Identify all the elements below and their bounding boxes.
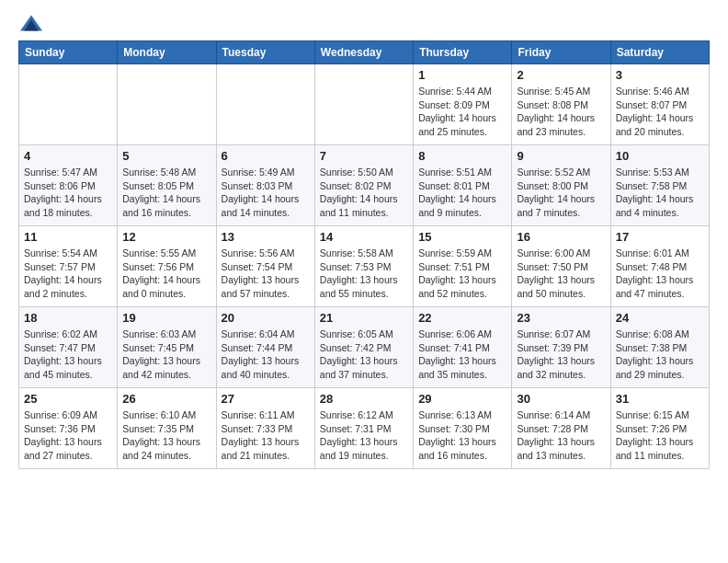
day-number: 6 <box>222 149 310 163</box>
day-number: 23 <box>517 311 605 325</box>
day-info: Sunrise: 5:58 AMSunset: 7:53 PMDaylight:… <box>320 247 408 301</box>
day-info: Sunrise: 5:50 AMSunset: 8:02 PMDaylight:… <box>320 166 408 220</box>
calendar-week-row: 18Sunrise: 6:02 AMSunset: 7:47 PMDayligh… <box>19 307 710 388</box>
calendar-cell <box>118 64 216 145</box>
calendar-cell: 13Sunrise: 5:56 AMSunset: 7:54 PMDayligh… <box>216 226 314 307</box>
day-info: Sunrise: 6:09 AMSunset: 7:36 PMDaylight:… <box>24 408 112 463</box>
calendar-cell: 24Sunrise: 6:08 AMSunset: 7:38 PMDayligh… <box>610 307 709 388</box>
calendar-cell: 16Sunrise: 6:00 AMSunset: 7:50 PMDayligh… <box>512 226 610 307</box>
day-of-week-header: Monday <box>118 41 216 64</box>
calendar-cell: 10Sunrise: 5:53 AMSunset: 7:58 PMDayligh… <box>610 145 709 226</box>
day-number: 17 <box>616 230 704 244</box>
day-info: Sunrise: 5:45 AMSunset: 8:08 PMDaylight:… <box>517 85 605 139</box>
page-header <box>18 15 710 31</box>
logo <box>18 15 44 31</box>
day-of-week-header: Saturday <box>610 41 709 64</box>
day-info: Sunrise: 5:52 AMSunset: 8:00 PMDaylight:… <box>517 166 605 220</box>
calendar-cell: 22Sunrise: 6:06 AMSunset: 7:41 PMDayligh… <box>414 307 512 388</box>
day-number: 20 <box>222 311 310 325</box>
day-info: Sunrise: 5:56 AMSunset: 7:54 PMDaylight:… <box>222 247 310 301</box>
calendar-cell: 2Sunrise: 5:45 AMSunset: 8:08 PMDaylight… <box>512 64 610 145</box>
day-number: 3 <box>616 68 704 82</box>
day-of-week-header: Wednesday <box>314 41 413 64</box>
day-info: Sunrise: 5:46 AMSunset: 8:07 PMDaylight:… <box>616 85 704 139</box>
day-number: 27 <box>222 392 310 406</box>
day-info: Sunrise: 6:01 AMSunset: 7:48 PMDaylight:… <box>616 247 704 301</box>
day-of-week-header: Friday <box>512 41 610 64</box>
day-number: 21 <box>320 311 408 325</box>
day-info: Sunrise: 5:53 AMSunset: 7:58 PMDaylight:… <box>616 166 704 220</box>
day-number: 1 <box>418 68 506 82</box>
day-number: 26 <box>122 392 210 406</box>
day-number: 8 <box>418 149 506 163</box>
calendar-header-row: SundayMondayTuesdayWednesdayThursdayFrid… <box>19 41 710 64</box>
calendar-cell: 3Sunrise: 5:46 AMSunset: 8:07 PMDaylight… <box>610 64 709 145</box>
day-info: Sunrise: 6:05 AMSunset: 7:42 PMDaylight:… <box>320 327 408 382</box>
day-number: 4 <box>24 149 112 163</box>
day-info: Sunrise: 6:10 AMSunset: 7:35 PMDaylight:… <box>122 408 210 463</box>
day-info: Sunrise: 5:44 AMSunset: 8:09 PMDaylight:… <box>418 85 506 139</box>
calendar-cell: 9Sunrise: 5:52 AMSunset: 8:00 PMDaylight… <box>512 145 610 226</box>
calendar-cell: 20Sunrise: 6:04 AMSunset: 7:44 PMDayligh… <box>216 307 314 388</box>
calendar-cell: 8Sunrise: 5:51 AMSunset: 8:01 PMDaylight… <box>414 145 512 226</box>
calendar-cell: 30Sunrise: 6:14 AMSunset: 7:28 PMDayligh… <box>512 388 610 469</box>
calendar-cell: 28Sunrise: 6:12 AMSunset: 7:31 PMDayligh… <box>314 388 413 469</box>
day-info: Sunrise: 6:13 AMSunset: 7:30 PMDaylight:… <box>418 408 506 463</box>
calendar-cell <box>216 64 314 145</box>
day-number: 2 <box>517 68 605 82</box>
day-of-week-header: Thursday <box>414 41 512 64</box>
calendar-cell: 14Sunrise: 5:58 AMSunset: 7:53 PMDayligh… <box>314 226 413 307</box>
day-info: Sunrise: 5:49 AMSunset: 8:03 PMDaylight:… <box>222 166 310 220</box>
day-number: 15 <box>418 230 506 244</box>
day-number: 22 <box>418 311 506 325</box>
day-number: 9 <box>517 149 605 163</box>
day-number: 5 <box>122 149 210 163</box>
calendar-cell: 11Sunrise: 5:54 AMSunset: 7:57 PMDayligh… <box>19 226 118 307</box>
day-info: Sunrise: 6:07 AMSunset: 7:39 PMDaylight:… <box>517 327 605 382</box>
calendar-cell <box>19 64 118 145</box>
calendar-cell: 21Sunrise: 6:05 AMSunset: 7:42 PMDayligh… <box>314 307 413 388</box>
day-info: Sunrise: 6:06 AMSunset: 7:41 PMDaylight:… <box>418 327 506 382</box>
day-info: Sunrise: 6:12 AMSunset: 7:31 PMDaylight:… <box>320 408 408 463</box>
day-number: 11 <box>24 230 112 244</box>
day-info: Sunrise: 5:59 AMSunset: 7:51 PMDaylight:… <box>418 247 506 301</box>
day-info: Sunrise: 6:04 AMSunset: 7:44 PMDaylight:… <box>222 327 310 382</box>
day-number: 24 <box>616 311 704 325</box>
day-info: Sunrise: 6:03 AMSunset: 7:45 PMDaylight:… <box>122 327 210 382</box>
calendar-week-row: 4Sunrise: 5:47 AMSunset: 8:06 PMDaylight… <box>19 145 710 226</box>
day-number: 10 <box>616 149 704 163</box>
calendar-cell: 4Sunrise: 5:47 AMSunset: 8:06 PMDaylight… <box>19 145 118 226</box>
day-number: 31 <box>616 392 704 406</box>
calendar-cell: 29Sunrise: 6:13 AMSunset: 7:30 PMDayligh… <box>414 388 512 469</box>
day-number: 28 <box>320 392 408 406</box>
day-number: 16 <box>517 230 605 244</box>
calendar-cell: 7Sunrise: 5:50 AMSunset: 8:02 PMDaylight… <box>314 145 413 226</box>
calendar-cell <box>314 64 413 145</box>
day-info: Sunrise: 6:00 AMSunset: 7:50 PMDaylight:… <box>517 247 605 301</box>
day-info: Sunrise: 6:11 AMSunset: 7:33 PMDaylight:… <box>222 408 310 463</box>
day-number: 30 <box>517 392 605 406</box>
calendar-cell: 19Sunrise: 6:03 AMSunset: 7:45 PMDayligh… <box>118 307 216 388</box>
calendar-cell: 15Sunrise: 5:59 AMSunset: 7:51 PMDayligh… <box>414 226 512 307</box>
calendar-cell: 31Sunrise: 6:15 AMSunset: 7:26 PMDayligh… <box>610 388 709 469</box>
day-info: Sunrise: 5:55 AMSunset: 7:56 PMDaylight:… <box>122 247 210 301</box>
day-number: 19 <box>122 311 210 325</box>
calendar-cell: 18Sunrise: 6:02 AMSunset: 7:47 PMDayligh… <box>19 307 118 388</box>
calendar-cell: 12Sunrise: 5:55 AMSunset: 7:56 PMDayligh… <box>118 226 216 307</box>
day-info: Sunrise: 6:08 AMSunset: 7:38 PMDaylight:… <box>616 327 704 382</box>
day-number: 7 <box>320 149 408 163</box>
day-number: 13 <box>222 230 310 244</box>
calendar-cell: 17Sunrise: 6:01 AMSunset: 7:48 PMDayligh… <box>610 226 709 307</box>
day-of-week-header: Sunday <box>19 41 118 64</box>
calendar-cell: 23Sunrise: 6:07 AMSunset: 7:39 PMDayligh… <box>512 307 610 388</box>
day-info: Sunrise: 6:15 AMSunset: 7:26 PMDaylight:… <box>616 408 704 463</box>
day-info: Sunrise: 5:51 AMSunset: 8:01 PMDaylight:… <box>418 166 506 220</box>
day-info: Sunrise: 6:02 AMSunset: 7:47 PMDaylight:… <box>24 327 112 382</box>
calendar-cell: 25Sunrise: 6:09 AMSunset: 7:36 PMDayligh… <box>19 388 118 469</box>
day-number: 14 <box>320 230 408 244</box>
day-info: Sunrise: 6:14 AMSunset: 7:28 PMDaylight:… <box>517 408 605 463</box>
day-number: 29 <box>418 392 506 406</box>
calendar-table: SundayMondayTuesdayWednesdayThursdayFrid… <box>18 40 710 469</box>
calendar-week-row: 1Sunrise: 5:44 AMSunset: 8:09 PMDaylight… <box>19 64 710 145</box>
calendar-cell: 5Sunrise: 5:48 AMSunset: 8:05 PMDaylight… <box>118 145 216 226</box>
